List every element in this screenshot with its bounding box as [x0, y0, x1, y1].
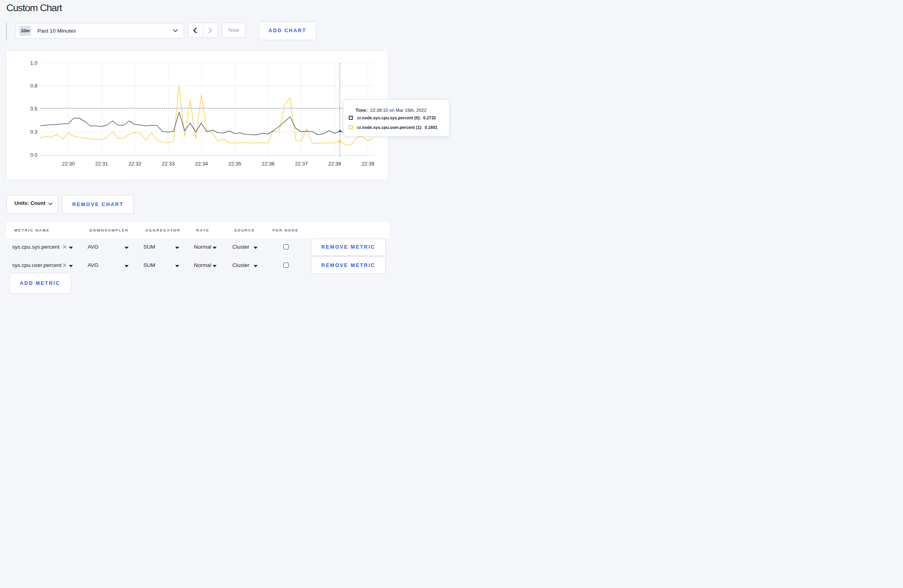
- svg-text:22:34: 22:34: [195, 160, 208, 166]
- svg-text:22:33: 22:33: [162, 160, 175, 166]
- svg-text:22:36: 22:36: [262, 160, 275, 166]
- svg-text:22:39: 22:39: [362, 160, 375, 166]
- svg-text:22:37: 22:37: [295, 160, 308, 166]
- svg-text:22:30: 22:30: [62, 160, 75, 166]
- svg-text:1.0: 1.0: [30, 60, 37, 66]
- svg-text:0.0: 0.0: [30, 152, 37, 158]
- svg-text:22:32: 22:32: [129, 160, 142, 166]
- svg-text:22:35: 22:35: [228, 160, 241, 166]
- svg-text:22:31: 22:31: [95, 160, 108, 166]
- svg-text:22:38: 22:38: [328, 160, 341, 166]
- svg-text:0.5: 0.5: [30, 106, 37, 112]
- svg-text:0.8: 0.8: [30, 83, 37, 89]
- svg-text:0.3: 0.3: [30, 129, 37, 134]
